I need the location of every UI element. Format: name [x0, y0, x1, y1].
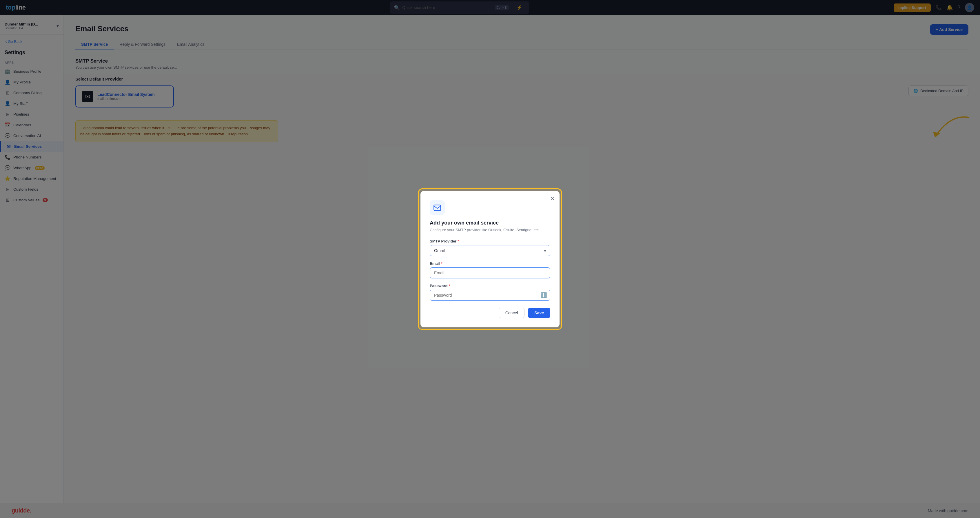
- modal-email-icon-wrap: [430, 200, 445, 215]
- modal-email-icon: [433, 204, 441, 212]
- modal-overlay[interactable]: ✕ Add your own email service Configure y…: [0, 0, 980, 518]
- email-group: Email *: [430, 261, 550, 278]
- modal-actions: Cancel Save: [430, 308, 550, 318]
- password-required: *: [449, 284, 450, 288]
- modal-description: Configure your SMTP provider like Outloo…: [430, 228, 550, 232]
- cancel-button[interactable]: Cancel: [499, 308, 525, 318]
- save-button[interactable]: Save: [528, 308, 550, 318]
- password-wrap: ℹ️: [430, 290, 550, 301]
- email-field-label: Email *: [430, 261, 550, 266]
- smtp-provider-group: SMTP Provider * Gmail Outlook Sendgrid M…: [430, 239, 550, 256]
- modal-title: Add your own email service: [430, 220, 550, 226]
- smtp-provider-select[interactable]: Gmail Outlook Sendgrid Mailgun Custom: [430, 245, 550, 256]
- smtp-provider-select-wrap: Gmail Outlook Sendgrid Mailgun Custom: [430, 245, 550, 256]
- modal-close-button[interactable]: ✕: [550, 195, 555, 201]
- password-field-label: Password *: [430, 284, 550, 288]
- email-required: *: [441, 261, 442, 266]
- email-input[interactable]: [430, 267, 550, 278]
- password-input[interactable]: [430, 290, 550, 301]
- svg-rect-1: [434, 205, 441, 210]
- modal-highlight: ✕ Add your own email service Configure y…: [418, 188, 562, 330]
- smtp-provider-label: SMTP Provider *: [430, 239, 550, 243]
- password-toggle-icon[interactable]: ℹ️: [541, 292, 547, 299]
- password-group: Password * ℹ️: [430, 284, 550, 301]
- smtp-provider-required: *: [458, 239, 459, 243]
- add-service-modal: ✕ Add your own email service Configure y…: [420, 191, 560, 327]
